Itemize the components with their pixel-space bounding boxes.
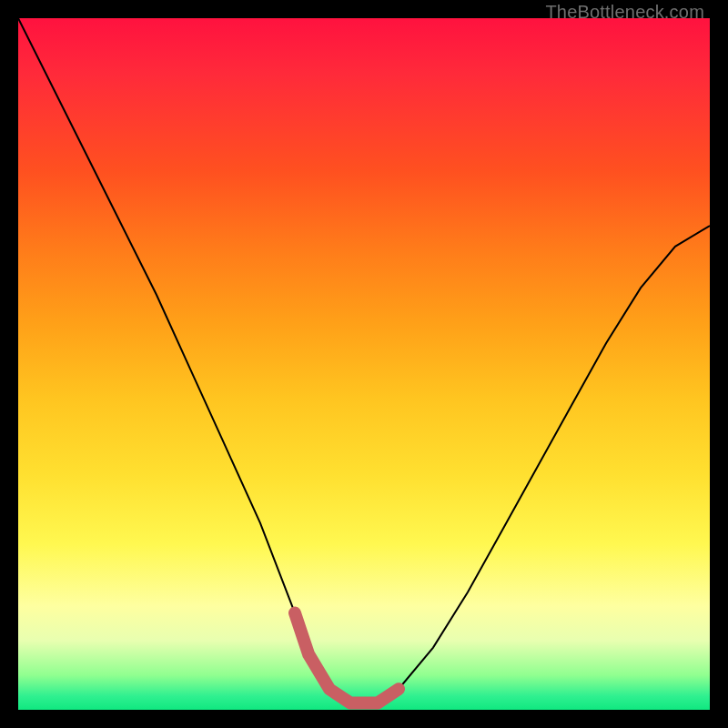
plot-area bbox=[18, 18, 710, 710]
watermark-text: TheBottleneck.com bbox=[545, 2, 704, 23]
bottleneck-curve bbox=[18, 18, 710, 703]
target-band bbox=[295, 613, 399, 703]
chart-frame: TheBottleneck.com bbox=[0, 0, 728, 728]
chart-svg bbox=[18, 18, 710, 710]
